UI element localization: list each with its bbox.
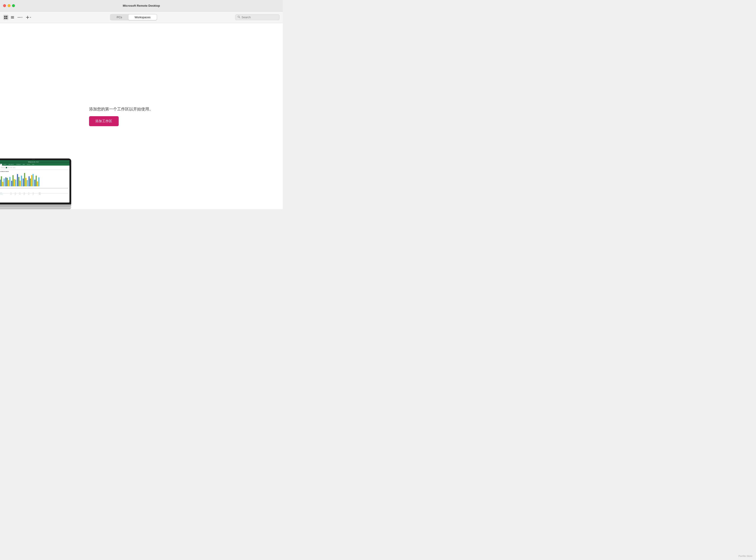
- more-chevron: ▾: [21, 16, 22, 18]
- add-button[interactable]: ▾: [25, 15, 32, 20]
- add-workspace-button[interactable]: 添加工作区: [89, 116, 119, 126]
- chart-bar-group: [0, 176, 5, 186]
- svg-rect-4: [11, 16, 14, 17]
- grid-view-button[interactable]: [3, 15, 8, 20]
- bar-yellow: [8, 180, 9, 186]
- svg-rect-0: [4, 16, 5, 17]
- bar-blue: [11, 181, 12, 186]
- bar-green: [13, 175, 14, 186]
- svg-rect-2: [4, 18, 5, 19]
- minimize-button[interactable]: [7, 4, 11, 7]
- bar-blue: [5, 177, 6, 186]
- bar-yellow: [20, 181, 21, 186]
- laptop-notch: [32, 159, 35, 160]
- main-content: MyExpenses.xlsx - Excel HOME INSERT PAGE…: [0, 23, 283, 209]
- toolbar-left: ▾ ▾: [3, 15, 32, 20]
- bar-yellow: [2, 182, 3, 186]
- svg-rect-5: [11, 17, 14, 18]
- chart-bar-group: [5, 177, 11, 186]
- bar-blue: [17, 174, 18, 186]
- close-button[interactable]: [3, 4, 6, 7]
- bar-green: [24, 173, 25, 186]
- bar-blue: [34, 180, 35, 186]
- spreadsheet-rows: Expense Total 1,482 2,233 3,150 4,850 1,…: [0, 192, 69, 195]
- svg-line-13: [239, 17, 240, 18]
- grid-view-icon: [4, 16, 7, 19]
- bar-blue: [0, 180, 1, 186]
- svg-rect-11: [26, 17, 29, 18]
- bar-teal: [38, 177, 39, 186]
- plus-icon: [26, 15, 29, 19]
- bar-teal: [4, 179, 5, 186]
- laptop-base: [0, 204, 71, 207]
- bar-chart: [0, 173, 68, 188]
- search-input[interactable]: [241, 16, 277, 19]
- bar-teal: [15, 180, 16, 186]
- bar-teal: [21, 176, 22, 186]
- add-chevron: ▾: [30, 16, 31, 18]
- maximize-button[interactable]: [12, 4, 15, 7]
- laptop-bottom: [0, 207, 71, 209]
- bar-yellow: [31, 175, 32, 186]
- bar-yellow: [37, 181, 38, 186]
- bar-green: [1, 176, 2, 186]
- search-icon: [238, 16, 240, 19]
- bar-blue: [28, 176, 29, 186]
- ellipsis-icon: [17, 16, 21, 19]
- laptop-illustration: MyExpenses.xlsx - Excel HOME INSERT PAGE…: [0, 158, 71, 209]
- empty-state-text: 添加您的第一个工作区以开始使用。: [89, 106, 153, 112]
- svg-point-7: [18, 17, 19, 18]
- excel-toolbar: [0, 166, 69, 169]
- window-controls: [3, 4, 15, 7]
- toolbar-center: PCs Workspaces: [34, 14, 233, 20]
- tab-workspaces[interactable]: Workspaces: [128, 15, 157, 20]
- bar-yellow: [25, 178, 26, 186]
- svg-rect-6: [11, 18, 14, 18]
- laptop: MyExpenses.xlsx - Excel HOME INSERT PAGE…: [0, 158, 71, 209]
- tab-pcs[interactable]: PCs: [111, 15, 128, 20]
- bar-teal: [9, 177, 11, 186]
- empty-state: 添加您的第一个工作区以开始使用。 添加工作区: [76, 106, 153, 126]
- title-bar: Microsoft Remote Desktop: [0, 0, 283, 12]
- chart-bar-group: [17, 174, 22, 186]
- chart-bar-group: [11, 175, 16, 186]
- svg-rect-1: [6, 16, 7, 17]
- bar-green: [30, 179, 31, 186]
- svg-rect-3: [6, 18, 7, 19]
- list-view-button[interactable]: [10, 15, 15, 20]
- tab-switcher: PCs Workspaces: [110, 14, 157, 20]
- bar-yellow: [14, 179, 15, 186]
- bar-teal: [27, 180, 28, 186]
- chart-bar-group: [34, 176, 39, 186]
- bar-teal: [33, 174, 34, 186]
- window-title: Microsoft Remote Desktop: [123, 4, 160, 7]
- svg-point-8: [19, 17, 20, 18]
- bar-green: [36, 176, 37, 186]
- chart-bar-group: [23, 173, 28, 186]
- svg-point-9: [20, 17, 21, 18]
- bar-blue: [23, 179, 24, 186]
- chart-bar-group: [28, 174, 34, 186]
- chart-area: NSE SPEND BY MONTH: [0, 169, 69, 192]
- excel-ribbon-tabs: HOME INSERT PAGE LAYOUT FORMULAS DATA RE…: [0, 163, 69, 166]
- bar-green: [7, 178, 8, 186]
- list-view-icon: [11, 16, 14, 19]
- toolbar-right: [235, 14, 280, 20]
- more-options-button[interactable]: ▾: [17, 15, 23, 20]
- bar-green: [18, 177, 19, 186]
- toolbar: ▾ ▾ PCs Workspaces: [0, 12, 283, 23]
- svg-point-12: [238, 16, 240, 18]
- excel-titlebar: MyExpenses.xlsx - Excel: [0, 160, 69, 163]
- chart-title: NSE SPEND BY MONTH: [0, 171, 68, 172]
- search-field: [235, 14, 280, 20]
